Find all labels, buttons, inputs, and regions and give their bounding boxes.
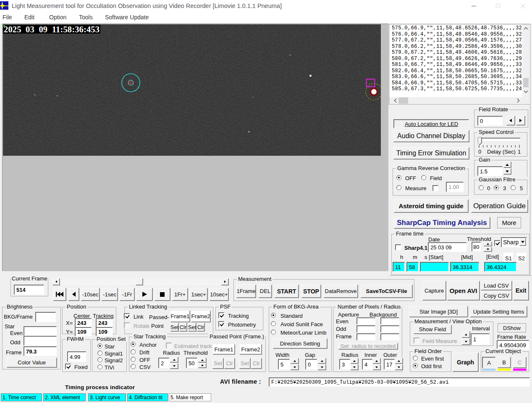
- svg-text:2025 03 09 11:58:36:453: 2025 03 09 11:58:36:453: [4, 25, 100, 34]
